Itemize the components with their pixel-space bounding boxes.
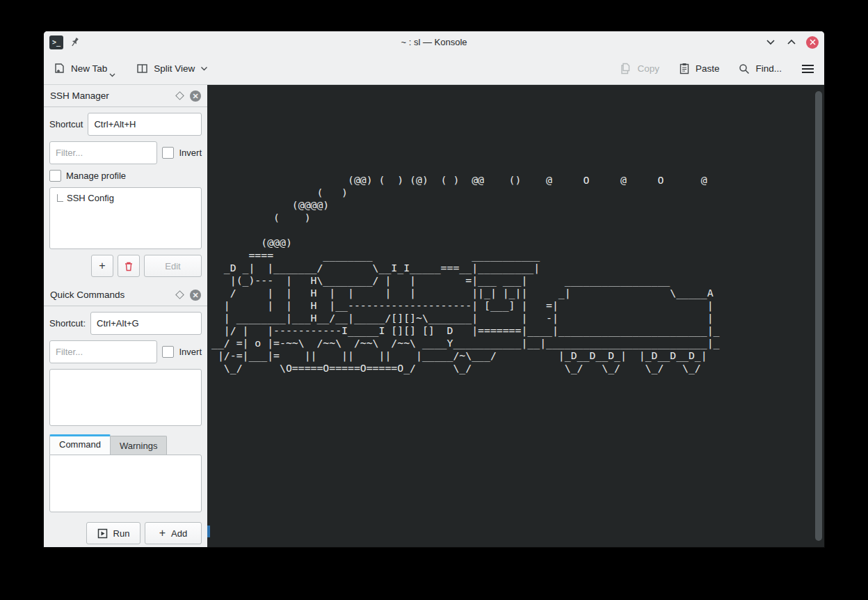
paste-label: Paste [696, 63, 720, 74]
new-tab-button[interactable]: New Tab [54, 63, 107, 74]
ssh-manager-panel-header[interactable]: SSH Manager ✕ [44, 85, 207, 107]
chevron-down-icon [766, 39, 775, 45]
new-tab-label: New Tab [71, 63, 107, 74]
ssh-edit-button[interactable]: Edit [144, 255, 202, 277]
command-textarea[interactable] [49, 455, 202, 512]
terminal-ascii-art: (@@) ( ) (@) ( ) @@ () @ O @ O @ ( ) (@@… [207, 85, 730, 374]
copy-button[interactable]: Copy [620, 63, 659, 74]
split-view-button[interactable]: Split View [136, 63, 208, 74]
close-button[interactable] [806, 36, 819, 49]
add-label: Add [171, 528, 187, 539]
ssh-filter-input[interactable] [49, 141, 157, 164]
ssh-invert-label: Invert [179, 148, 202, 158]
minimize-button[interactable] [764, 36, 777, 49]
qc-invert-checkbox[interactable] [162, 346, 174, 358]
float-panel-icon[interactable] [175, 290, 184, 299]
hamburger-menu-button[interactable] [801, 64, 814, 74]
window-title: ~ : sl — Konsole [44, 37, 824, 47]
qc-shortcut-input[interactable] [90, 312, 202, 335]
maximize-button[interactable] [785, 36, 798, 49]
terminal-scrollbar[interactable] [815, 91, 822, 541]
find-label: Find... [755, 63, 782, 74]
ssh-config-tree-item[interactable]: SSH Config [50, 188, 201, 203]
search-icon [739, 63, 750, 74]
trash-icon [124, 261, 134, 271]
ssh-delete-button[interactable] [118, 255, 140, 277]
qc-invert-label: Invert [179, 347, 202, 357]
find-button[interactable]: Find... [739, 63, 782, 74]
chevron-down-icon [109, 73, 115, 77]
run-button[interactable]: Run [86, 522, 140, 544]
paste-button[interactable]: Paste [679, 63, 720, 74]
konsole-window: >_ ~ : sl — Konsole [44, 31, 824, 547]
tab-warnings[interactable]: Warnings [111, 436, 167, 455]
copy-icon [620, 63, 632, 74]
ssh-invert-checkbox[interactable] [162, 147, 174, 159]
manage-profile-label: Manage profile [66, 171, 126, 181]
close-panel-icon[interactable]: ✕ [190, 90, 201, 102]
close-panel-icon[interactable]: ✕ [190, 290, 201, 301]
screen: >_ ~ : sl — Konsole [0, 0, 868, 600]
chevron-up-icon [787, 39, 796, 45]
copy-label: Copy [637, 63, 659, 74]
run-icon [97, 528, 108, 539]
qc-add-button[interactable]: + Add [145, 522, 202, 544]
tree-branch-icon [57, 194, 63, 202]
ssh-shortcut-input[interactable] [88, 113, 202, 136]
chevron-down-icon [200, 66, 208, 71]
float-panel-icon[interactable] [175, 91, 184, 100]
split-view-label: Split View [154, 63, 195, 74]
run-label: Run [113, 528, 130, 539]
qc-tab-bar: Command Warnings [49, 434, 202, 455]
sidebar: SSH Manager ✕ Shortcut Invert [44, 85, 207, 547]
hamburger-icon [801, 64, 814, 74]
tab-command[interactable]: Command [49, 434, 111, 455]
ssh-config-list[interactable]: SSH Config [49, 187, 202, 249]
close-icon [810, 39, 816, 45]
titlebar[interactable]: >_ ~ : sl — Konsole [44, 31, 824, 53]
plus-icon: + [159, 528, 166, 539]
main-toolbar: New Tab Split View [44, 53, 824, 85]
ssh-add-button[interactable]: + [91, 255, 113, 277]
terminal-area[interactable]: (@@) ( ) (@) ( ) @@ () @ O @ O @ ( ) (@@… [207, 85, 824, 547]
manage-profile-checkbox[interactable] [49, 170, 61, 182]
quick-commands-title: Quick Commands [50, 290, 124, 300]
ssh-shortcut-label: Shortcut [49, 119, 83, 129]
tree-item-label: SSH Config [67, 193, 114, 203]
split-view-icon [136, 63, 148, 74]
scroll-highlight-marker [207, 526, 210, 537]
quick-commands-list[interactable] [49, 369, 202, 426]
qc-filter-input[interactable] [49, 340, 157, 363]
new-tab-icon [54, 63, 65, 74]
paste-icon [679, 63, 690, 74]
qc-shortcut-label: Shortcut: [49, 318, 86, 329]
quick-commands-panel-header[interactable]: Quick Commands ✕ [44, 284, 207, 306]
ssh-manager-title: SSH Manager [50, 90, 109, 101]
